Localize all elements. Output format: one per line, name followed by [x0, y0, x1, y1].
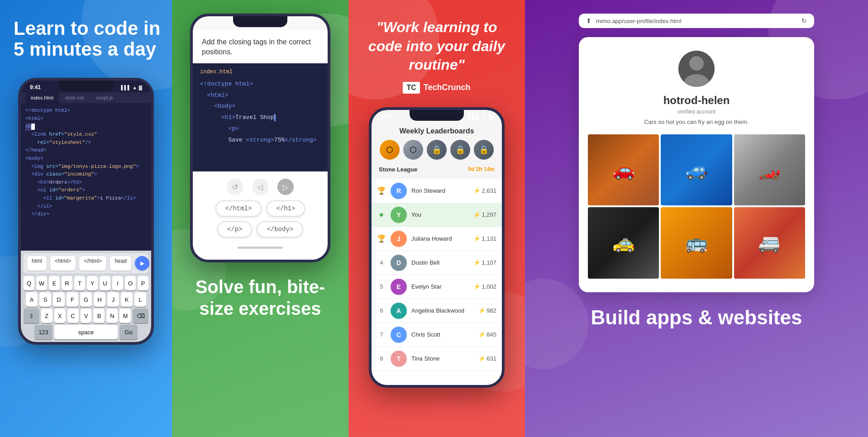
key-delete[interactable]: ⌫ — [133, 309, 148, 323]
instruction-label: Add the closing tags in the correct posi… — [202, 38, 311, 56]
rank-6: 6 — [377, 307, 386, 314]
avatar-3: J — [391, 231, 407, 247]
tab-script-js[interactable]: script.js — [91, 92, 118, 103]
car-image-2: 🚙 — [661, 134, 732, 205]
key-E[interactable]: E — [49, 276, 60, 290]
code-line: rel="stylesheet"/> — [25, 139, 147, 147]
key-I[interactable]: I — [112, 276, 123, 290]
back-button[interactable]: ◁ — [252, 179, 268, 195]
name-7: Chris Scott — [411, 331, 474, 338]
code-line: <ul id="orders"> — [25, 186, 147, 195]
autocomplete-html-open[interactable]: <html> — [50, 256, 76, 271]
code-line: <link href="style.css" — [25, 131, 147, 139]
league-name: Stone League — [379, 166, 417, 173]
profile-avatar — [678, 51, 715, 87]
code-line: </div> — [25, 210, 147, 218]
key-G[interactable]: G — [80, 292, 92, 307]
key-B[interactable]: B — [93, 309, 105, 323]
svg-point-1 — [689, 56, 704, 71]
autocomplete-bar[interactable]: html <html> </html> head ▶ — [24, 253, 148, 273]
profile-username: hotrod-helen — [663, 94, 730, 107]
code-line: <h1>Travel Shop — [200, 113, 320, 123]
autocomplete-head[interactable]: head — [110, 256, 131, 271]
autocomplete-html[interactable]: html — [27, 256, 47, 271]
lb-row-you: ● Y You ⚡1,297 — [372, 203, 502, 227]
key-S[interactable]: S — [39, 292, 51, 307]
key-P[interactable]: P — [138, 276, 148, 290]
answer-html[interactable]: </html> — [215, 200, 262, 217]
answer-h1[interactable]: </h1> — [266, 200, 305, 217]
instruction-text: Add the closing tags in the correct posi… — [193, 30, 328, 63]
key-W[interactable]: W — [36, 276, 47, 290]
key-Y[interactable]: Y — [87, 276, 98, 290]
key-R[interactable]: R — [62, 276, 72, 290]
key-L[interactable]: L — [134, 292, 146, 307]
car-image-5: 🚌 — [661, 207, 732, 278]
car-image-1: 🚗 — [588, 134, 659, 205]
panel-profile: ⬆ mimo.app/user-profile/index.html ↻ hot… — [525, 0, 868, 437]
refresh-icon[interactable]: ↻ — [801, 17, 807, 24]
key-Q[interactable]: Q — [24, 276, 34, 290]
code-editor-1: <!doctype html> <html> <h <link href="st… — [21, 103, 151, 251]
key-J[interactable]: J — [107, 292, 119, 307]
key-D[interactable]: D — [53, 292, 65, 307]
lb-row-7: 7 C Chris Scott ⚡845 — [372, 323, 502, 347]
profile-bio: Cars so hot you can fry an egg on them. — [644, 119, 749, 125]
rank-7: 7 — [377, 331, 386, 338]
key-C[interactable]: C — [67, 309, 79, 323]
key-H[interactable]: H — [94, 292, 105, 307]
phone-mockup-2: Add the closing tags in the correct posi… — [190, 14, 330, 262]
avatar-8: T — [391, 351, 407, 367]
name-you: You — [411, 211, 469, 218]
key-Z[interactable]: Z — [41, 309, 52, 323]
key-T[interactable]: T — [74, 276, 85, 290]
time-3: 9:41 — [381, 114, 391, 120]
play-button[interactable]: ▷ — [277, 179, 294, 195]
score-4: ⚡1,107 — [473, 259, 496, 266]
leaderboard-header: Weekly Leaderboards ⬡ ⬡ 🔒 🔒 🔒 Stone Leag… — [372, 122, 502, 179]
key-A[interactable]: A — [26, 292, 38, 307]
lb-row-1: 🏆 R Ron Steward ⚡2,631 — [372, 179, 502, 203]
key-V[interactable]: V — [81, 309, 92, 323]
name-6: Angelina Blackwood — [411, 307, 474, 314]
rewind-button[interactable]: ↺ — [227, 179, 243, 195]
keyboard-row-bottom: 123 space Go — [24, 325, 148, 339]
code-line: Save <strong>75%</strong> — [200, 136, 320, 145]
answer-body[interactable]: </body> — [257, 221, 303, 238]
key-N[interactable]: N — [106, 309, 118, 323]
phone-notch-1 — [59, 81, 113, 91]
avatar-image — [678, 51, 715, 87]
phone-notch-3 — [410, 110, 464, 121]
key-go[interactable]: Go — [119, 325, 138, 339]
autocomplete-html-close[interactable]: </html> — [79, 256, 106, 271]
leaderboard-badges: ⬡ ⬡ 🔒 🔒 🔒 — [379, 140, 495, 160]
key-M[interactable]: M — [119, 309, 131, 323]
wifi-3: ▲ — [482, 114, 487, 120]
key-123[interactable]: 123 — [34, 325, 52, 339]
tab-style-css[interactable]: style.css — [60, 92, 90, 103]
signal-3: ▌▌▌ — [468, 114, 480, 120]
key-X[interactable]: X — [54, 309, 66, 323]
submit-button[interactable]: ▶ — [135, 256, 149, 271]
home-bar-2 — [238, 247, 283, 249]
league-info: Stone League 5d 2h 14m — [379, 163, 495, 176]
key-space[interactable]: space — [54, 325, 118, 339]
panel-leaderboard: "Work learning to code into your daily r… — [348, 0, 525, 437]
key-U[interactable]: U — [100, 276, 110, 290]
key-F[interactable]: F — [67, 292, 78, 307]
avatar-1: R — [391, 183, 407, 199]
tab-index-html[interactable]: index.html — [25, 92, 59, 103]
code-line: </head> — [25, 147, 147, 155]
key-K[interactable]: K — [121, 292, 133, 307]
avatar-6: A — [391, 303, 407, 319]
key-O[interactable]: O — [125, 276, 136, 290]
rank-5: 5 — [377, 283, 386, 290]
answer-p[interactable]: </p> — [217, 221, 253, 238]
profile-grid: 🚗 🚙 🏎️ 🚕 🚌 🚐 — [588, 134, 805, 279]
score-5: ⚡1,002 — [473, 283, 496, 290]
panel4-headline: Build apps & websites — [591, 306, 802, 330]
car-image-3: 🏎️ — [734, 134, 805, 205]
key-shift[interactable]: ⇧ — [24, 309, 39, 323]
score-1: ⚡2,631 — [473, 187, 496, 194]
lb-row-6: 6 A Angelina Blackwood ⚡982 — [372, 299, 502, 323]
